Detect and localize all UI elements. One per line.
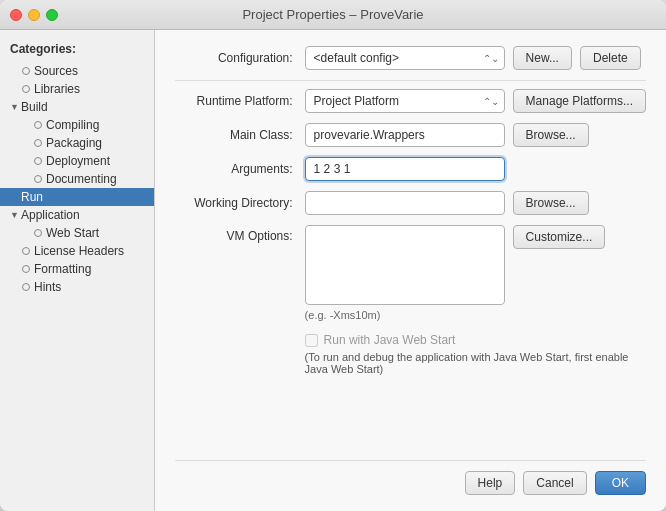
web-start-checkbox-label: Run with Java Web Start <box>324 333 456 347</box>
chevron-down-icon: ▼ <box>10 102 18 112</box>
content-area: Categories: Sources Libraries ▼ Build Co… <box>0 30 666 511</box>
dot-icon <box>22 265 30 273</box>
sidebar-item-packaging[interactable]: Packaging <box>0 134 154 152</box>
main-panel: Configuration: <default config> ⌃⌄ New..… <box>155 30 666 511</box>
dot-icon <box>34 229 42 237</box>
sidebar-item-application[interactable]: ▼ Application <box>0 206 154 224</box>
vm-options-controls: Customize... <box>305 225 646 305</box>
dot-icon <box>34 121 42 129</box>
working-dir-input[interactable] <box>305 191 505 215</box>
traffic-lights <box>10 9 58 21</box>
help-button[interactable]: Help <box>465 471 516 495</box>
sidebar-label-license: License Headers <box>34 244 124 258</box>
working-dir-label: Working Directory: <box>175 196 305 210</box>
main-class-input[interactable]: provevarie.Wrappers <box>305 123 505 147</box>
sidebar-label-hints: Hints <box>34 280 61 294</box>
vm-options-textarea[interactable] <box>305 225 505 305</box>
delete-button[interactable]: Delete <box>580 46 641 70</box>
working-dir-row: Working Directory: Browse... <box>175 191 646 215</box>
web-start-checkbox-row: Run with Java Web Start <box>305 333 646 347</box>
customize-button[interactable]: Customize... <box>513 225 606 249</box>
dot-icon <box>22 283 30 291</box>
sidebar-item-build[interactable]: ▼ Build <box>0 98 154 116</box>
sidebar-label-compiling: Compiling <box>46 118 99 132</box>
chevron-down-icon: ▼ <box>10 210 18 220</box>
sidebar-label-formatting: Formatting <box>34 262 91 276</box>
sidebar-label-build: Build <box>21 100 48 114</box>
browse-main-button[interactable]: Browse... <box>513 123 589 147</box>
sidebar-item-webstart[interactable]: Web Start <box>0 224 154 242</box>
ok-button[interactable]: OK <box>595 471 646 495</box>
arguments-row: Arguments: 1 2 3 1 <box>175 157 646 181</box>
sidebar-item-sources[interactable]: Sources <box>0 62 154 80</box>
sidebar-item-run[interactable]: Run <box>0 188 154 206</box>
cancel-button[interactable]: Cancel <box>523 471 586 495</box>
window: Project Properties – ProveVarie Categori… <box>0 0 666 511</box>
sidebar-label-deployment: Deployment <box>46 154 110 168</box>
close-button[interactable] <box>10 9 22 21</box>
runtime-platform-select[interactable]: Project Platform <box>305 89 505 113</box>
vm-options-row: VM Options: Customize... <box>175 225 646 305</box>
configuration-select[interactable]: <default config> <box>305 46 505 70</box>
configuration-label: Configuration: <box>175 51 305 65</box>
arguments-input[interactable]: 1 2 3 1 <box>305 157 505 181</box>
titlebar: Project Properties – ProveVarie <box>0 0 666 30</box>
spacer-icon <box>10 192 18 202</box>
dot-icon <box>22 247 30 255</box>
dot-icon <box>22 85 30 93</box>
vm-hint: (e.g. -Xms10m) <box>305 309 646 321</box>
new-button[interactable]: New... <box>513 46 572 70</box>
window-title: Project Properties – ProveVarie <box>242 7 423 22</box>
arguments-label: Arguments: <box>175 162 305 176</box>
configuration-controls: <default config> ⌃⌄ New... Delete <box>305 46 646 70</box>
dot-icon <box>22 67 30 75</box>
runtime-platform-row: Runtime Platform: Project Platform ⌃⌄ Ma… <box>175 89 646 113</box>
minimize-button[interactable] <box>28 9 40 21</box>
sidebar-item-deployment[interactable]: Deployment <box>0 152 154 170</box>
sidebar-label-application: Application <box>21 208 80 222</box>
dot-icon <box>34 139 42 147</box>
form-section: Configuration: <default config> ⌃⌄ New..… <box>175 46 646 456</box>
web-start-note: (To run and debug the application with J… <box>305 351 646 375</box>
manage-platforms-button[interactable]: Manage Platforms... <box>513 89 646 113</box>
browse-dir-button[interactable]: Browse... <box>513 191 589 215</box>
sidebar-label-libraries: Libraries <box>34 82 80 96</box>
main-class-row: Main Class: provevarie.Wrappers Browse..… <box>175 123 646 147</box>
sidebar-item-compiling[interactable]: Compiling <box>0 116 154 134</box>
footer: Help Cancel OK <box>175 460 646 499</box>
sidebar-label-documenting: Documenting <box>46 172 117 186</box>
sidebar-item-documenting[interactable]: Documenting <box>0 170 154 188</box>
sidebar-label-webstart: Web Start <box>46 226 99 240</box>
sidebar-item-formatting[interactable]: Formatting <box>0 260 154 278</box>
sidebar-heading: Categories: <box>0 38 154 62</box>
sidebar-item-hints[interactable]: Hints <box>0 278 154 296</box>
sidebar-label-sources: Sources <box>34 64 78 78</box>
dot-icon <box>34 175 42 183</box>
maximize-button[interactable] <box>46 9 58 21</box>
runtime-platform-select-wrapper: Project Platform ⌃⌄ <box>305 89 505 113</box>
main-class-label: Main Class: <box>175 128 305 142</box>
sidebar-label-packaging: Packaging <box>46 136 102 150</box>
vm-options-label: VM Options: <box>175 225 305 243</box>
configuration-select-wrapper: <default config> ⌃⌄ <box>305 46 505 70</box>
divider-1 <box>175 80 646 81</box>
sidebar-item-libraries[interactable]: Libraries <box>0 80 154 98</box>
working-dir-controls: Browse... <box>305 191 646 215</box>
arguments-controls: 1 2 3 1 <box>305 157 646 181</box>
dot-icon <box>34 157 42 165</box>
sidebar: Categories: Sources Libraries ▼ Build Co… <box>0 30 155 511</box>
runtime-platform-label: Runtime Platform: <box>175 94 305 108</box>
main-class-controls: provevarie.Wrappers Browse... <box>305 123 646 147</box>
sidebar-item-license[interactable]: License Headers <box>0 242 154 260</box>
sidebar-label-run: Run <box>21 190 43 204</box>
web-start-checkbox[interactable] <box>305 334 318 347</box>
runtime-platform-controls: Project Platform ⌃⌄ Manage Platforms... <box>305 89 646 113</box>
configuration-row: Configuration: <default config> ⌃⌄ New..… <box>175 46 646 70</box>
